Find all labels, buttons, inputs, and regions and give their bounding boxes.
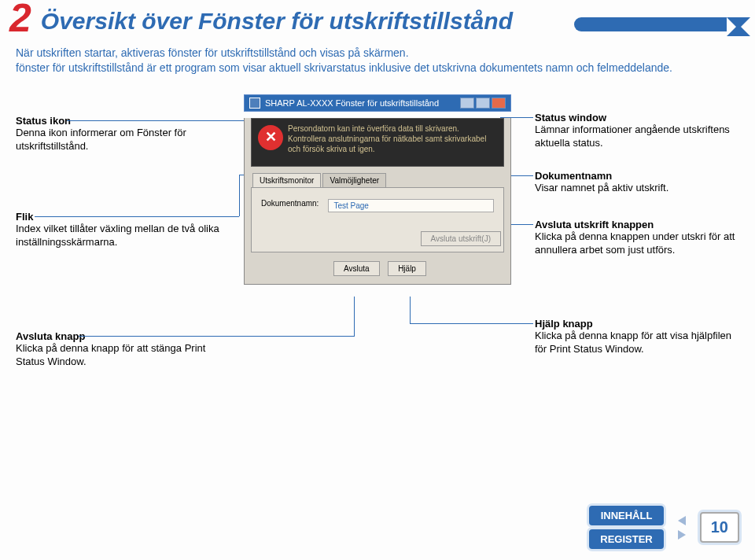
page-number: 10 (700, 512, 739, 543)
intro-line-1: När utskriften startar, aktiveras fönste… (16, 46, 739, 61)
maximize-icon[interactable] (476, 98, 490, 109)
register-button[interactable]: REGISTER (589, 529, 663, 549)
callout-title: Dokumentnamn (535, 170, 739, 182)
leader-line (410, 323, 533, 324)
next-page-icon[interactable] (678, 530, 686, 540)
callout-status-window: Status window Lämnar informationer angåe… (535, 112, 739, 150)
window-titlebar[interactable]: SHARP AL-XXXX Fönster för utskriftstills… (244, 94, 511, 112)
intro-text: När utskriften startar, aktiveras fönste… (0, 38, 755, 76)
leader-line (67, 120, 261, 121)
page-nav-arrows (678, 516, 686, 540)
status-message-box: ✕ Persondatorn kan inte överföra data ti… (251, 118, 504, 167)
document-label: Dokumentnamn: (261, 199, 319, 212)
contents-button[interactable]: INNEHÅLL (589, 506, 663, 525)
close-icon[interactable] (492, 98, 506, 109)
callout-body: Klicka på denna knapp för att stänga Pri… (16, 342, 220, 369)
error-icon: ✕ (258, 125, 283, 150)
diagram-area: Status ikon Denna ikon informerar om Fön… (0, 94, 755, 433)
intro-line-2: fönster för utskriftstillstånd är ett pr… (16, 61, 739, 76)
leader-line (410, 297, 411, 324)
callout-title: Avsluta utskrift knappen (535, 219, 739, 230)
callout-body: Lämnar informationer angående utskriften… (535, 123, 739, 150)
leader-line (79, 336, 354, 337)
help-button[interactable]: Hjälp (388, 261, 426, 276)
banner-swoosh (727, 13, 755, 41)
callout-body: Index vilket tillåter växling mellan de … (16, 223, 220, 249)
banner-stripe (574, 17, 727, 31)
close-button[interactable]: Avsluta (333, 261, 380, 276)
callout-title: Hjälp knapp (535, 318, 739, 330)
leader-line (239, 175, 240, 216)
callout-body: Denna ikon informerar om Fönster för uts… (16, 127, 220, 153)
callout-dokumentnamn: Dokumentnamn Visar namnet på aktiv utskr… (535, 170, 739, 195)
minimize-icon[interactable] (460, 98, 474, 109)
status-message-text: Persondatorn kan inte överföra data till… (288, 124, 486, 153)
callout-hjalp: Hjälp knapp Klicka på denna knapp för at… (535, 318, 739, 356)
document-name-field: Test Page (328, 199, 494, 212)
callout-body: Klicka på denna knappen under utskri för… (535, 230, 739, 257)
prev-page-icon[interactable] (678, 516, 686, 525)
window-title: SHARP AL-XXXX Fönster för utskriftstills… (265, 98, 460, 108)
callout-body: Visar namnet på aktiv utskrift. (535, 182, 739, 195)
callout-avsluta-utskrift: Avsluta utskrift knappen Klicka på denna… (535, 219, 739, 257)
document-row: Dokumentnamn: Test Page (261, 199, 494, 212)
cancel-print-button[interactable]: Avsluta utskrift(J) (421, 231, 502, 246)
leader-line (35, 216, 239, 217)
chapter-number: 2 (9, 0, 31, 38)
print-status-window: SHARP AL-XXXX Fönster för utskriftstills… (244, 94, 511, 285)
callout-body: Klicka på denna knapp för att visa hjälp… (535, 330, 739, 356)
chapter-title: Översikt över Fönster för utskriftstills… (41, 8, 513, 35)
leader-line (354, 297, 355, 337)
tab-valmojligheter[interactable]: Valmöjligheter (322, 173, 386, 187)
app-icon (249, 98, 260, 109)
callout-title: Status window (535, 112, 739, 123)
tab-strip: Utskriftsmonitor Valmöjligheter (245, 173, 510, 187)
footer-nav: INNEHÅLL REGISTER 10 (589, 506, 739, 549)
window-body: ✕ Persondatorn kan inte överföra data ti… (244, 118, 511, 285)
tab-utskriftsmonitor[interactable]: Utskriftsmonitor (252, 173, 321, 187)
